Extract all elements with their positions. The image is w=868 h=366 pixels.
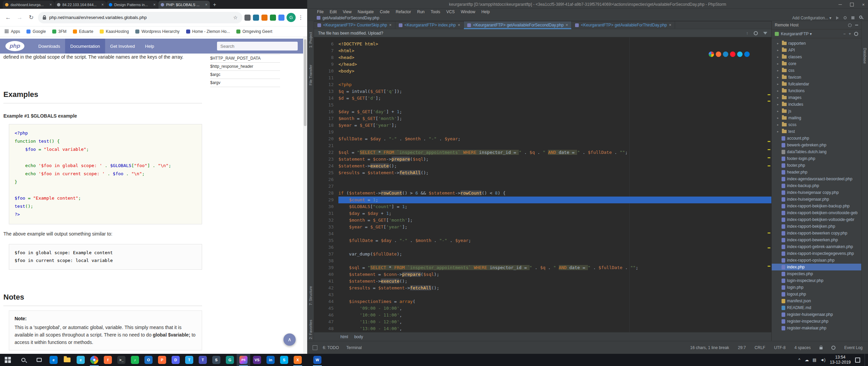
menu-run[interactable]: Run bbox=[414, 9, 428, 14]
editor-line[interactable]: 30 $GLOBALS["count"] = 1; bbox=[314, 203, 771, 210]
tree-item[interactable]: ▸test bbox=[772, 128, 861, 135]
tree-item[interactable]: index-rapport-opslaan.php bbox=[772, 257, 861, 264]
editor-line[interactable]: 7<html> bbox=[314, 47, 771, 54]
menu-vcs[interactable]: VCS bbox=[443, 9, 458, 14]
line-number[interactable]: 27 bbox=[314, 183, 338, 190]
bookmark-item[interactable]: Eduarte bbox=[73, 29, 93, 34]
tree-item[interactable]: ▸classes bbox=[772, 54, 861, 60]
tray-icon-1[interactable]: ▤ bbox=[812, 358, 816, 362]
chrome-taskbar-icon[interactable] bbox=[87, 354, 101, 366]
line-number[interactable]: 18 bbox=[314, 122, 338, 129]
line-number[interactable]: 19 bbox=[314, 129, 338, 136]
chrome-icon[interactable] bbox=[709, 52, 714, 57]
line-number[interactable]: 10 bbox=[314, 68, 338, 75]
line-number[interactable]: 22 bbox=[314, 149, 338, 156]
line-number[interactable]: 44 bbox=[314, 298, 338, 305]
editor-tab[interactable]: <KeurgarantFTP> getAvailableForSecondDay… bbox=[464, 21, 572, 29]
tree-item[interactable]: footer.php bbox=[772, 162, 861, 169]
line-number[interactable]: 35 bbox=[314, 237, 338, 244]
scroll-to-top-button[interactable]: ∧ bbox=[283, 333, 296, 346]
warning-mark[interactable] bbox=[768, 149, 770, 150]
steam-taskbar-icon[interactable]: S bbox=[210, 354, 223, 366]
extension-1-icon[interactable] bbox=[244, 15, 251, 21]
run-icon[interactable] bbox=[836, 16, 839, 20]
ie-icon[interactable] bbox=[737, 52, 743, 57]
tree-item[interactable]: ▸favicon bbox=[772, 74, 861, 81]
extension-5-icon[interactable] bbox=[278, 15, 284, 21]
line-number[interactable]: 28 bbox=[314, 190, 338, 197]
discord-taskbar-icon[interactable]: D bbox=[169, 354, 182, 366]
chevron-right-icon[interactable]: ▸ bbox=[777, 123, 780, 126]
ide-title-bar[interactable]: keurgarantftp [D:\xampp\htdocs\keurgaran… bbox=[307, 0, 868, 9]
tab-close-icon[interactable]: × bbox=[458, 23, 460, 27]
editor-line[interactable]: 42 $results = $statement->fetchAll(); bbox=[314, 285, 771, 291]
warning-mark[interactable] bbox=[768, 266, 770, 267]
line-number[interactable]: 11 bbox=[314, 75, 338, 81]
php-logo[interactable]: php bbox=[5, 41, 24, 51]
indent-indicator[interactable]: 4 spaces bbox=[794, 345, 811, 350]
line-number[interactable]: 29 bbox=[314, 197, 338, 203]
editor-line[interactable]: 47 '11:00 - 12:00', bbox=[314, 319, 771, 325]
tree-item[interactable]: login-inspecteur.php bbox=[772, 277, 861, 284]
tree-item[interactable]: index-huiseigenaar copy.php bbox=[772, 189, 861, 196]
tree-item[interactable]: ▸scss bbox=[772, 121, 861, 128]
bookmark-item[interactable]: Home - Zlemon Ho... bbox=[186, 29, 230, 34]
line-number[interactable]: 24 bbox=[314, 163, 338, 169]
tab-close-icon[interactable]: × bbox=[101, 2, 104, 7]
editor-line[interactable]: 9</head> bbox=[314, 61, 771, 68]
browser-tab[interactable]: PHP: $GLOBALS ...× bbox=[158, 1, 210, 9]
search-everywhere-icon[interactable] bbox=[859, 16, 864, 20]
editor-line[interactable]: 40 $statement = $conn->prepare($sql); bbox=[314, 271, 771, 278]
line-number[interactable]: 36 bbox=[314, 244, 338, 251]
toolwindow-button--structure[interactable]: 7: Structure bbox=[308, 281, 314, 311]
outlook-taskbar-icon[interactable]: O bbox=[142, 354, 155, 366]
tree-item[interactable]: index-rapport-bewerken copy.php bbox=[772, 230, 861, 237]
warning-mark[interactable] bbox=[768, 94, 770, 95]
editor-line[interactable]: 10<body> bbox=[314, 68, 771, 75]
editor-line[interactable]: 6<!DOCTYPE html> bbox=[314, 41, 771, 47]
line-number[interactable]: 45 bbox=[314, 305, 338, 312]
line-number[interactable]: 15 bbox=[314, 102, 338, 108]
line-number[interactable]: 37 bbox=[314, 251, 338, 258]
editor-line[interactable]: 33 $year = $_GET['year']; bbox=[314, 224, 771, 230]
tree-item[interactable]: index-backup.php bbox=[772, 182, 861, 189]
reload-button[interactable]: ↻ bbox=[26, 13, 36, 22]
tray-icon-0[interactable]: ☁ bbox=[805, 358, 809, 362]
event-log-button[interactable]: Event Log bbox=[844, 345, 863, 350]
encoding-indicator[interactable]: UTF-8 bbox=[774, 345, 786, 350]
warning-mark[interactable] bbox=[768, 157, 770, 158]
variable-link[interactable]: $argc bbox=[210, 71, 280, 79]
tree-item[interactable]: README.md bbox=[772, 304, 861, 311]
telegram-taskbar-icon[interactable]: T bbox=[182, 354, 196, 366]
postman-taskbar-icon[interactable]: P bbox=[155, 354, 169, 366]
tree-item[interactable]: index.php bbox=[772, 264, 861, 270]
skype-taskbar-icon[interactable]: S bbox=[277, 354, 291, 366]
editor-line[interactable]: 12<?php bbox=[314, 81, 771, 88]
editor-line[interactable]: 43 bbox=[314, 291, 771, 298]
internet-explorer-taskbar-icon[interactable]: e bbox=[74, 354, 87, 366]
editor-line[interactable]: 39 $sql = "SELECT * FROM `inspector_appo… bbox=[314, 264, 771, 271]
maximize-icon[interactable] bbox=[850, 3, 854, 6]
phpstorm-taskbar-icon[interactable]: PS bbox=[237, 354, 250, 366]
editor-line[interactable]: 37 var_dump($fullDate); bbox=[314, 251, 771, 258]
menu-help[interactable]: Help bbox=[478, 9, 493, 14]
chevron-right-icon[interactable]: ▸ bbox=[777, 55, 780, 59]
menu-file[interactable]: File bbox=[314, 9, 327, 14]
tool-window-switcher-icon[interactable] bbox=[313, 345, 317, 350]
editor-line[interactable]: 17$month = $_GET['month']; bbox=[314, 115, 771, 122]
teams-taskbar-icon[interactable]: T bbox=[196, 354, 210, 366]
tree-item[interactable]: register-makelaar.php bbox=[772, 325, 861, 331]
line-number[interactable]: 7 bbox=[314, 47, 338, 54]
show-desktop-button[interactable] bbox=[865, 354, 867, 366]
firefox-icon[interactable] bbox=[716, 52, 721, 57]
tab-close-icon[interactable]: × bbox=[389, 23, 392, 27]
collapse-icon[interactable]: − bbox=[843, 32, 846, 36]
toolwindow-button--project[interactable]: 1: Project bbox=[308, 26, 314, 54]
editor-tab[interactable]: <KeurgarantFTP> index.php× bbox=[395, 21, 464, 29]
chevron-right-icon[interactable]: ▸ bbox=[777, 96, 780, 99]
toolwindow-button--favorites[interactable]: 2: Favorites bbox=[308, 314, 314, 345]
variable-link[interactable]: $http_response_header bbox=[210, 63, 280, 71]
bookmark-item[interactable]: 3FM bbox=[52, 29, 66, 34]
line-number[interactable]: 30 bbox=[314, 203, 338, 210]
editor-pane[interactable]: 6<!DOCTYPE html>7<html>8<head>9</head>10… bbox=[314, 37, 771, 332]
